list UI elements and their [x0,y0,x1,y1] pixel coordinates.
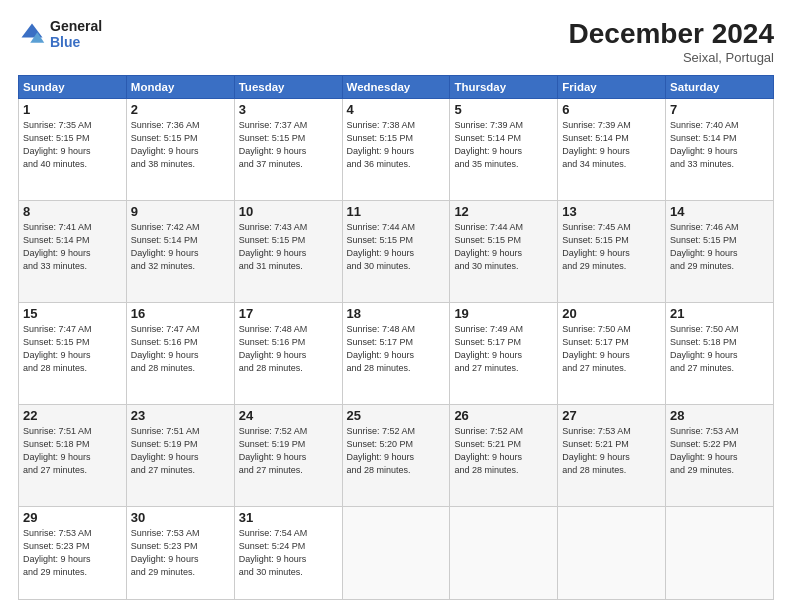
day-info: Sunrise: 7:54 AMSunset: 5:24 PMDaylight:… [239,527,338,579]
day-number: 10 [239,204,338,219]
day-number: 30 [131,510,230,525]
col-saturday: Saturday [666,76,774,99]
day-info: Sunrise: 7:44 AMSunset: 5:15 PMDaylight:… [347,221,446,273]
title-block: December 2024 Seixal, Portugal [569,18,774,65]
calendar-week-row: 22Sunrise: 7:51 AMSunset: 5:18 PMDayligh… [19,405,774,507]
day-number: 15 [23,306,122,321]
table-row: 25Sunrise: 7:52 AMSunset: 5:20 PMDayligh… [342,405,450,507]
day-number: 6 [562,102,661,117]
header: General Blue December 2024 Seixal, Portu… [18,18,774,65]
col-thursday: Thursday [450,76,558,99]
table-row: 19Sunrise: 7:49 AMSunset: 5:17 PMDayligh… [450,303,558,405]
day-number: 11 [347,204,446,219]
col-monday: Monday [126,76,234,99]
table-row: 23Sunrise: 7:51 AMSunset: 5:19 PMDayligh… [126,405,234,507]
page: General Blue December 2024 Seixal, Portu… [0,0,792,612]
logo: General Blue [18,18,102,50]
day-number: 16 [131,306,230,321]
day-number: 14 [670,204,769,219]
day-info: Sunrise: 7:49 AMSunset: 5:17 PMDaylight:… [454,323,553,375]
day-info: Sunrise: 7:52 AMSunset: 5:19 PMDaylight:… [239,425,338,477]
day-number: 1 [23,102,122,117]
table-row: 31Sunrise: 7:54 AMSunset: 5:24 PMDayligh… [234,507,342,600]
day-number: 17 [239,306,338,321]
table-row: 29Sunrise: 7:53 AMSunset: 5:23 PMDayligh… [19,507,127,600]
logo-icon [18,20,46,48]
table-row: 27Sunrise: 7:53 AMSunset: 5:21 PMDayligh… [558,405,666,507]
day-number: 18 [347,306,446,321]
table-row: 13Sunrise: 7:45 AMSunset: 5:15 PMDayligh… [558,201,666,303]
day-number: 9 [131,204,230,219]
table-row [666,507,774,600]
day-info: Sunrise: 7:50 AMSunset: 5:18 PMDaylight:… [670,323,769,375]
table-row: 8Sunrise: 7:41 AMSunset: 5:14 PMDaylight… [19,201,127,303]
table-row: 5Sunrise: 7:39 AMSunset: 5:14 PMDaylight… [450,99,558,201]
table-row: 7Sunrise: 7:40 AMSunset: 5:14 PMDaylight… [666,99,774,201]
table-row: 22Sunrise: 7:51 AMSunset: 5:18 PMDayligh… [19,405,127,507]
day-number: 12 [454,204,553,219]
day-info: Sunrise: 7:53 AMSunset: 5:21 PMDaylight:… [562,425,661,477]
table-row: 11Sunrise: 7:44 AMSunset: 5:15 PMDayligh… [342,201,450,303]
day-number: 2 [131,102,230,117]
table-row: 3Sunrise: 7:37 AMSunset: 5:15 PMDaylight… [234,99,342,201]
day-info: Sunrise: 7:40 AMSunset: 5:14 PMDaylight:… [670,119,769,171]
table-row: 9Sunrise: 7:42 AMSunset: 5:14 PMDaylight… [126,201,234,303]
location: Seixal, Portugal [569,50,774,65]
day-info: Sunrise: 7:50 AMSunset: 5:17 PMDaylight:… [562,323,661,375]
table-row [558,507,666,600]
day-number: 29 [23,510,122,525]
table-row: 6Sunrise: 7:39 AMSunset: 5:14 PMDaylight… [558,99,666,201]
day-info: Sunrise: 7:38 AMSunset: 5:15 PMDaylight:… [347,119,446,171]
day-info: Sunrise: 7:44 AMSunset: 5:15 PMDaylight:… [454,221,553,273]
day-info: Sunrise: 7:47 AMSunset: 5:16 PMDaylight:… [131,323,230,375]
calendar-week-row: 8Sunrise: 7:41 AMSunset: 5:14 PMDaylight… [19,201,774,303]
day-info: Sunrise: 7:53 AMSunset: 5:23 PMDaylight:… [131,527,230,579]
table-row: 12Sunrise: 7:44 AMSunset: 5:15 PMDayligh… [450,201,558,303]
day-number: 7 [670,102,769,117]
logo-text: General Blue [50,18,102,50]
day-number: 3 [239,102,338,117]
table-row: 24Sunrise: 7:52 AMSunset: 5:19 PMDayligh… [234,405,342,507]
table-row: 26Sunrise: 7:52 AMSunset: 5:21 PMDayligh… [450,405,558,507]
day-number: 31 [239,510,338,525]
calendar-week-row: 29Sunrise: 7:53 AMSunset: 5:23 PMDayligh… [19,507,774,600]
day-number: 5 [454,102,553,117]
day-number: 4 [347,102,446,117]
col-friday: Friday [558,76,666,99]
col-tuesday: Tuesday [234,76,342,99]
day-info: Sunrise: 7:51 AMSunset: 5:18 PMDaylight:… [23,425,122,477]
day-info: Sunrise: 7:39 AMSunset: 5:14 PMDaylight:… [562,119,661,171]
calendar-week-row: 15Sunrise: 7:47 AMSunset: 5:15 PMDayligh… [19,303,774,405]
col-wednesday: Wednesday [342,76,450,99]
table-row: 18Sunrise: 7:48 AMSunset: 5:17 PMDayligh… [342,303,450,405]
calendar-table: Sunday Monday Tuesday Wednesday Thursday… [18,75,774,600]
day-info: Sunrise: 7:52 AMSunset: 5:20 PMDaylight:… [347,425,446,477]
day-info: Sunrise: 7:52 AMSunset: 5:21 PMDaylight:… [454,425,553,477]
day-number: 22 [23,408,122,423]
table-row: 28Sunrise: 7:53 AMSunset: 5:22 PMDayligh… [666,405,774,507]
day-number: 19 [454,306,553,321]
table-row: 14Sunrise: 7:46 AMSunset: 5:15 PMDayligh… [666,201,774,303]
table-row: 10Sunrise: 7:43 AMSunset: 5:15 PMDayligh… [234,201,342,303]
day-info: Sunrise: 7:46 AMSunset: 5:15 PMDaylight:… [670,221,769,273]
table-row: 21Sunrise: 7:50 AMSunset: 5:18 PMDayligh… [666,303,774,405]
day-info: Sunrise: 7:42 AMSunset: 5:14 PMDaylight:… [131,221,230,273]
day-number: 27 [562,408,661,423]
calendar-week-row: 1Sunrise: 7:35 AMSunset: 5:15 PMDaylight… [19,99,774,201]
day-number: 20 [562,306,661,321]
table-row: 30Sunrise: 7:53 AMSunset: 5:23 PMDayligh… [126,507,234,600]
col-sunday: Sunday [19,76,127,99]
table-row: 4Sunrise: 7:38 AMSunset: 5:15 PMDaylight… [342,99,450,201]
day-info: Sunrise: 7:35 AMSunset: 5:15 PMDaylight:… [23,119,122,171]
day-info: Sunrise: 7:41 AMSunset: 5:14 PMDaylight:… [23,221,122,273]
day-info: Sunrise: 7:45 AMSunset: 5:15 PMDaylight:… [562,221,661,273]
day-number: 26 [454,408,553,423]
table-row: 2Sunrise: 7:36 AMSunset: 5:15 PMDaylight… [126,99,234,201]
day-info: Sunrise: 7:51 AMSunset: 5:19 PMDaylight:… [131,425,230,477]
table-row: 15Sunrise: 7:47 AMSunset: 5:15 PMDayligh… [19,303,127,405]
day-number: 8 [23,204,122,219]
day-info: Sunrise: 7:47 AMSunset: 5:15 PMDaylight:… [23,323,122,375]
table-row [342,507,450,600]
table-row: 16Sunrise: 7:47 AMSunset: 5:16 PMDayligh… [126,303,234,405]
day-number: 25 [347,408,446,423]
